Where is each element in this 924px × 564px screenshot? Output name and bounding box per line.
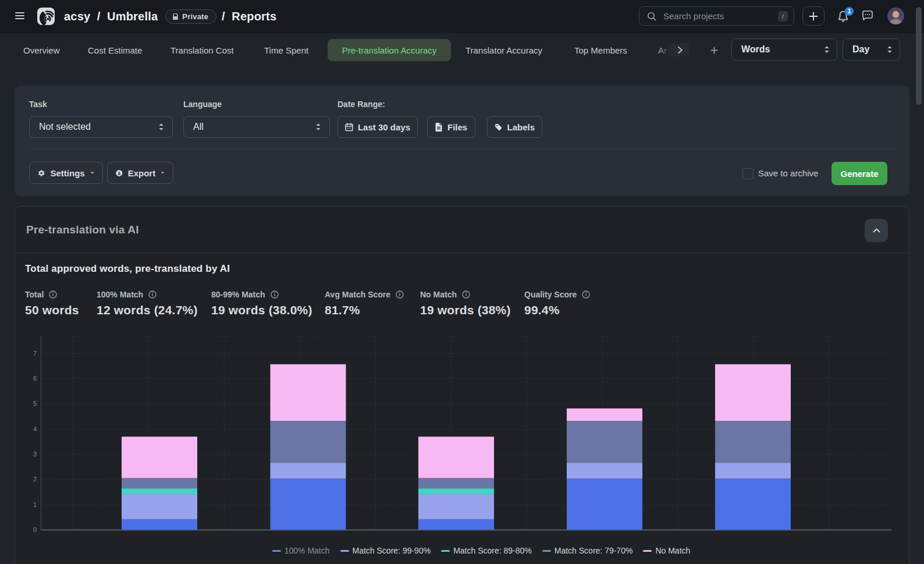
svg-text:7: 7	[33, 350, 37, 357]
svg-text:4: 4	[33, 425, 37, 432]
svg-text:3: 3	[33, 451, 37, 457]
svg-text:0: 0	[33, 526, 37, 533]
svg-text:6: 6	[33, 375, 37, 382]
svg-text:2: 2	[33, 476, 37, 483]
svg-text:5: 5	[33, 400, 37, 407]
svg-text:1: 1	[33, 501, 37, 508]
